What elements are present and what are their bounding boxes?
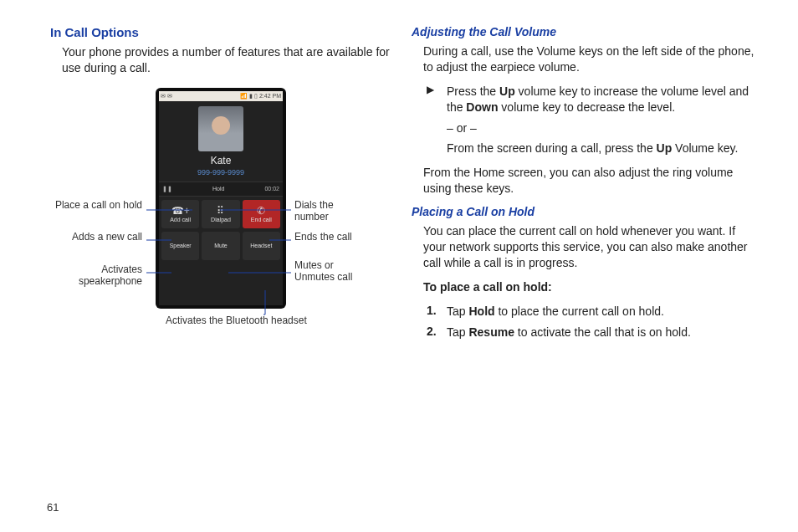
phone-frame: ✉ ✉ 📶 ▮ ▯ 2:42 PM Kate 999-999-9999 bbox=[156, 88, 286, 309]
page-number: 61 bbox=[47, 501, 59, 514]
arrow-icon: ▶ bbox=[427, 84, 447, 157]
clock-text: 2:42 PM bbox=[259, 93, 281, 99]
dialpad-button[interactable]: ⠿ Dialpad bbox=[202, 200, 239, 228]
adjvol-bullet: ▶ Press the Up volume key to increase th… bbox=[412, 84, 756, 157]
adjvol-or: – or – bbox=[447, 120, 756, 136]
end-call-icon: ✆ bbox=[257, 206, 265, 216]
callout-headset: Activates the Bluetooth headset bbox=[166, 315, 307, 327]
adjvol-p1: During a call, use the Volume keys on th… bbox=[412, 43, 756, 75]
hold-p1: You can place the current call on hold w… bbox=[412, 223, 756, 271]
contact-number: 999-999-9999 bbox=[159, 168, 283, 176]
add-call-icon: ☎+ bbox=[171, 206, 190, 216]
intro-paragraph: Your phone provides a number of features… bbox=[50, 44, 395, 76]
message-icon: ✉ bbox=[167, 93, 172, 100]
callout-mute: Mutes or Unmutes call bbox=[294, 260, 353, 284]
end-call-button[interactable]: ✆ End call bbox=[243, 200, 280, 228]
hold-label: Hold bbox=[212, 186, 224, 192]
status-bar: ✉ ✉ 📶 ▮ ▯ 2:42 PM bbox=[159, 91, 283, 101]
callout-endcall: Ends the call bbox=[294, 232, 353, 243]
contact-photo bbox=[198, 106, 243, 151]
callout-addcall: Adds a new call bbox=[50, 232, 142, 243]
phone-screen: ✉ ✉ 📶 ▮ ▯ 2:42 PM Kate 999-999-9999 bbox=[159, 91, 283, 305]
hold-bar: ❚❚ Hold 00:02 bbox=[159, 182, 283, 197]
call-timer: 00:02 bbox=[264, 186, 279, 192]
adjvol-p2: From the Home screen, you can also adjus… bbox=[412, 165, 756, 197]
mute-button[interactable]: Mute bbox=[202, 232, 239, 260]
pause-icon: ❚❚ bbox=[162, 186, 172, 192]
hold-step-1: 1. Tap Hold to place the current call on… bbox=[412, 304, 756, 320]
contact-name: Kate bbox=[159, 155, 283, 166]
heading-adjusting-volume: Adjusting the Call Volume bbox=[412, 25, 756, 38]
speaker-button[interactable]: Speaker bbox=[161, 232, 199, 260]
callout-speaker: Activates speakerphone bbox=[50, 264, 142, 288]
headset-button[interactable]: Headset bbox=[243, 232, 280, 260]
heading-placing-hold: Placing a Call on Hold bbox=[412, 205, 756, 218]
mail-icon: ✉ bbox=[161, 93, 166, 100]
hold-step-2: 2. Tap Resume to activate the call that … bbox=[412, 325, 756, 340]
left-column: In Call Options Your phone provides a nu… bbox=[42, 25, 403, 515]
battery-icon: ▯ bbox=[254, 93, 258, 100]
heading-in-call-options: In Call Options bbox=[50, 25, 395, 39]
callout-dials: Dials the number bbox=[294, 200, 353, 223]
wifi-icon: 📶 bbox=[240, 93, 248, 100]
illustration-in-call: ✉ ✉ 📶 ▮ ▯ 2:42 PM Kate 999-999-9999 bbox=[50, 84, 385, 386]
signal-icon: ▮ bbox=[249, 93, 253, 100]
hold-lead: To place a call on hold: bbox=[412, 279, 756, 295]
add-call-button[interactable]: ☎+ Add call bbox=[161, 200, 199, 228]
right-column: Adjusting the Call Volume During a call,… bbox=[403, 25, 765, 515]
callout-hold: Place a call on hold bbox=[50, 200, 142, 212]
dialpad-icon: ⠿ bbox=[217, 206, 224, 216]
